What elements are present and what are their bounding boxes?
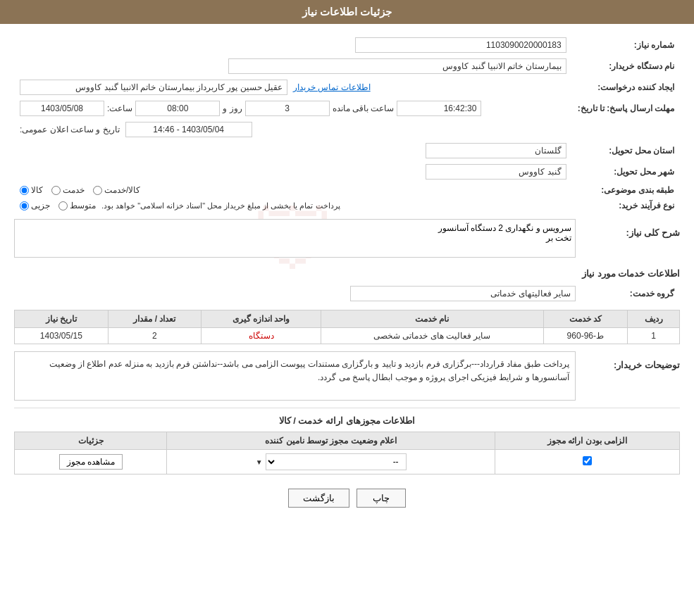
section-divider <box>14 408 680 408</box>
services-section-label: اطلاعات خدمات مورد نیاز <box>14 268 680 279</box>
buyer-notes-label: توضیحات خریدار: <box>581 360 680 370</box>
required-checkbox[interactable] <box>583 456 592 465</box>
announce-value: 1403/05/04 - 14:46 <box>125 122 252 137</box>
col-supplier-status: اعلام وضعیت مجوز توسط نامین کننده <box>167 432 495 450</box>
province-label: استان محل تحویل: <box>572 140 680 161</box>
service-group-value: سایر فعالیتهای خدماتی <box>14 283 581 304</box>
table-row: 1 ط-96-960 سایر فعالیت های خدماتی شخصی د… <box>15 328 680 344</box>
buyer-org-field: بیمارستان خاتم الانبیا گنبد کاووس <box>228 58 566 74</box>
print-button[interactable]: چاپ <box>357 489 406 508</box>
days-field: 3 <box>245 101 330 116</box>
chevron-down-icon: ▼ <box>256 458 263 466</box>
province-value: گلستان <box>14 140 572 161</box>
send-date-value: 16:42:30 ساعت باقی مانده 3 روز و 08:00 س… <box>14 98 572 119</box>
col-quantity: تعداد / مقدار <box>108 310 202 328</box>
cell-need-date: 1403/05/15 <box>15 328 109 344</box>
col-service-name: نام خدمت <box>321 310 544 328</box>
category-kala-label: کالا <box>31 185 43 195</box>
creator-label: ایجاد کننده درخواست: <box>572 77 680 98</box>
need-description-row: شرح کلی نیاز: 🛡 سرویس و نگهداری 2 دستگاه… <box>14 219 680 260</box>
time-field: 08:00 <box>135 101 220 116</box>
category-khedmat-label: خدمت <box>63 185 85 195</box>
buyer-org-value: بیمارستان خاتم الانبیا گنبد کاووس <box>14 56 572 77</box>
city-value: گنبد کاووس <box>14 161 572 182</box>
purchase-jozi-label: جزیی <box>31 201 50 210</box>
col-details: جزئیات <box>15 432 167 450</box>
province-field: گلستان <box>426 143 566 158</box>
services-data-table: ردیف کد خدمت نام خدمت واحد اندازه گیری ت… <box>14 310 680 344</box>
service-group-field: سایر فعالیتهای خدماتی <box>350 286 576 301</box>
col-need-date: تاریخ نیاز <box>15 310 109 328</box>
page-wrapper: جزئیات اطلاعات نیاز شماره نیاز: 11030900… <box>0 0 694 616</box>
cell-quantity: 2 <box>108 328 202 344</box>
city-label: شهر محل تحویل: <box>572 161 680 182</box>
purchase-motawaset-radio[interactable] <box>58 201 68 210</box>
col-required: الزامی بودن ارائه مجوز <box>495 432 679 450</box>
need-number-label: شماره نیاز: <box>572 34 680 56</box>
footer-buttons: چاپ بازگشت <box>14 489 680 508</box>
buyer-notes-field: پرداخت طبق مفاد قرارداد---برگزاری فرم با… <box>14 351 576 401</box>
category-kala-radio[interactable] <box>20 186 29 195</box>
buyer-org-label: نام دستگاه خریدار: <box>572 56 680 77</box>
announce-row: 1403/05/04 - 14:46 تاریخ و ساعت اعلان عم… <box>14 119 572 140</box>
date-field: 1403/05/08 <box>20 101 104 116</box>
category-kala: کالا <box>20 185 43 195</box>
buyer-notes-area: پرداخت طبق مفاد قرارداد---برگزاری فرم با… <box>14 351 576 401</box>
details-cell: مشاهده مجوز <box>15 450 167 474</box>
cell-service-code: ط-96-960 <box>543 328 627 344</box>
send-date-label: مهلت ارسال پاسخ: تا تاریخ: <box>572 98 680 119</box>
service-group-table: گروه خدمت: سایر فعالیتهای خدماتی <box>14 283 680 304</box>
purchase-type-label: نوع فرآیند خرید: <box>572 198 680 213</box>
col-row: ردیف <box>628 310 680 328</box>
announce-label: تاریخ و ساعت اعلان عمومی: <box>20 125 120 134</box>
service-group-label: گروه خدمت: <box>581 283 680 304</box>
remaining-label: ساعت باقی مانده <box>333 103 395 113</box>
category-kala-khedmat-radio[interactable] <box>93 186 102 195</box>
need-description-label: شرح کلی نیاز: <box>581 227 680 238</box>
license-section-title: اطلاعات مجوزهای ارائه خدمت / کالا <box>14 415 680 426</box>
supplier-status-cell: -- ▼ <box>167 450 495 474</box>
page-header: جزئیات اطلاعات نیاز <box>0 0 694 24</box>
buyer-notes-row: توضیحات خریدار: پرداخت طبق مفاد قرارداد-… <box>14 351 680 401</box>
license-table: الزامی بودن ارائه مجوز اعلام وضعیت مجوز … <box>14 432 680 474</box>
creator-value: اطلاعات تماس خریدار عقیل حسین پور کاربرد… <box>14 77 572 98</box>
remaining-time-field: 16:42:30 <box>397 101 481 116</box>
view-license-button[interactable]: مشاهده مجوز <box>59 454 123 470</box>
category-kala-khedmat: کالا/خدمت <box>93 185 140 195</box>
category-value: کالا/خدمت خدمت کالا <box>14 182 572 198</box>
need-description-area: 🛡 سرویس و نگهداری 2 دستگاه آسانسور تخت ب… <box>14 219 576 260</box>
time-label: ساعت: <box>107 103 132 113</box>
cell-row: 1 <box>628 328 680 344</box>
cell-service-name: سایر فعالیت های خدماتی شخصی <box>321 328 544 344</box>
purchase-motawaset: متوسط <box>58 201 96 210</box>
days-label: روز و <box>223 103 242 113</box>
col-service-code: کد خدمت <box>543 310 627 328</box>
need-number-field: 1103090020000183 <box>355 37 566 53</box>
page-title: جزئیات اطلاعات نیاز <box>302 6 392 18</box>
city-field: گنبد کاووس <box>426 164 566 180</box>
category-kala-khedmat-label: کالا/خدمت <box>104 185 140 195</box>
purchase-motawaset-label: متوسط <box>70 201 96 210</box>
need-description-field[interactable]: سرویس و نگهداری 2 دستگاه آسانسور تخت بر <box>14 219 576 258</box>
need-number-value: 1103090020000183 <box>61 34 572 56</box>
required-checkbox-cell <box>495 450 679 474</box>
content-area: شماره نیاز: 1103090020000183 نام دستگاه … <box>0 24 694 532</box>
purchase-jozi-radio[interactable] <box>20 201 29 210</box>
purchase-type-value: پرداخت تمام یا بخشی از مبلغ خریداز محل "… <box>14 198 572 213</box>
creator-field: عقیل حسین پور کاربرداز بیمارستان خاتم ال… <box>20 80 287 95</box>
supplier-status-select[interactable]: -- <box>266 453 407 470</box>
license-row: -- ▼ مشاهده مجوز <box>15 450 680 474</box>
purchase-description: پرداخت تمام یا بخشی از مبلغ خریداز محل "… <box>101 201 340 210</box>
category-label: طبقه بندی موضوعی: <box>572 182 680 198</box>
creator-contact-link[interactable]: اطلاعات تماس خریدار <box>293 82 371 92</box>
return-button[interactable]: بازگشت <box>288 489 349 508</box>
category-khedmat-radio[interactable] <box>51 186 61 195</box>
col-measurement-unit: واحد اندازه گیری <box>202 310 321 328</box>
purchase-jozi: جزیی <box>20 201 50 210</box>
main-info-table: شماره نیاز: 1103090020000183 نام دستگاه … <box>14 34 680 213</box>
cell-measurement-unit: دستگاه <box>202 328 321 344</box>
category-khedmat: خدمت <box>51 185 85 195</box>
